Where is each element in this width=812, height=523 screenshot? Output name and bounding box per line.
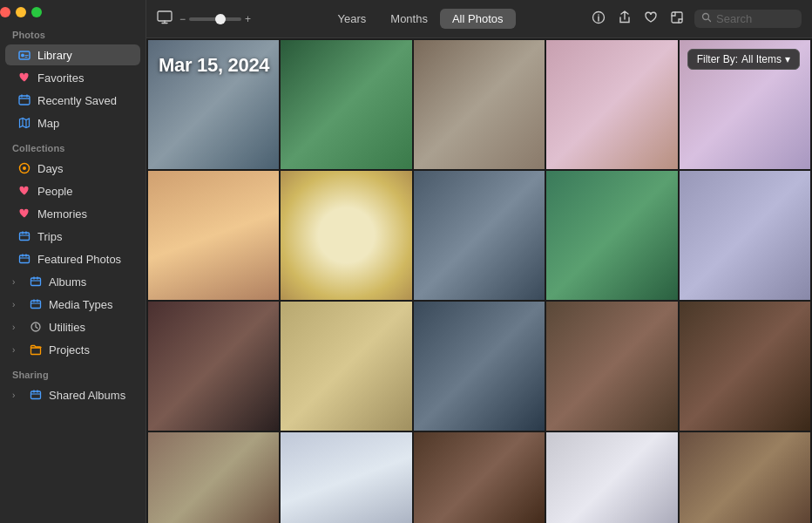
toolbar-right [590,9,802,29]
filter-chevron-icon: ▾ [785,53,790,65]
maximize-button[interactable] [31,7,42,17]
photo-13[interactable] [414,302,545,431]
utilities-icon [29,320,43,334]
featured-photos-label: Featured Photos [37,253,121,266]
toolbar-center: Years Months All Photos [258,9,583,29]
photo-20[interactable] [680,432,810,523]
sidebar-item-albums[interactable]: › Albums [5,271,140,292]
photo-17[interactable] [281,432,411,523]
shared-albums-icon [29,388,43,402]
tab-all-photos[interactable]: All Photos [440,9,516,29]
sidebar-item-people[interactable]: People [5,180,140,201]
close-button[interactable] [0,7,10,17]
search-icon [701,12,712,25]
search-box [694,10,802,28]
media-types-label: Media Types [49,298,112,311]
utilities-label: Utilities [49,321,85,334]
search-input[interactable] [716,12,795,25]
filter-button[interactable]: Filter By: All Items ▾ [687,49,800,70]
sidebar-item-favorites[interactable]: Favorites [5,67,140,88]
sidebar-item-memories[interactable]: Memories [5,203,140,224]
projects-icon [29,343,43,357]
minimize-button[interactable] [16,7,26,17]
photo-2[interactable] [281,40,411,169]
sidebar-item-library[interactable]: Library [5,44,140,65]
trips-icon [17,229,31,243]
media-types-chevron-icon: › [12,300,21,309]
svg-rect-8 [31,301,41,309]
library-label: Library [37,49,72,62]
memories-icon [17,207,31,221]
photo-12[interactable] [281,302,411,431]
photo-8[interactable] [414,171,545,300]
map-icon [17,116,31,130]
sidebar-item-trips[interactable]: Trips [5,226,140,247]
albums-label: Albums [49,275,86,289]
filter-label: Filter By: [697,53,738,65]
svg-rect-2 [19,96,30,105]
svg-rect-5 [20,233,30,241]
zoom-minus-icon[interactable]: − [179,13,186,25]
photo-6[interactable] [148,171,279,300]
toolbar: − + Years Months All Photos [146,0,812,38]
date-label: Mar 15, 2024 [159,54,269,77]
tab-months[interactable]: Months [378,9,440,29]
photo-7[interactable] [281,171,411,300]
albums-icon [29,275,43,289]
photo-9[interactable] [546,171,677,300]
tab-years[interactable]: Years [326,9,379,29]
projects-label: Projects [49,343,90,357]
people-icon [17,184,31,198]
filter-bar: Filter By: All Items ▾ [687,49,800,70]
sidebar-item-media-types[interactable]: › Media Types [5,294,140,315]
photo-18[interactable] [414,432,545,523]
utilities-chevron-icon: › [12,323,21,331]
sidebar-item-recently-saved[interactable]: Recently Saved [5,90,140,111]
featured-photos-icon [17,252,31,266]
photo-16[interactable] [148,432,279,523]
info-button[interactable] [590,9,607,29]
sidebar-item-featured-photos[interactable]: Featured Photos [5,248,140,269]
photo-4[interactable] [546,40,677,169]
collections-section-label: Collections [0,134,145,157]
sharing-section-label: Sharing [0,361,145,384]
share-button[interactable] [616,9,633,29]
photo-3[interactable] [414,40,545,169]
days-icon [17,161,31,175]
photo-15[interactable] [680,302,810,431]
sidebar-item-map[interactable]: Map [5,112,140,133]
photo-grid [146,38,812,523]
main-content: − + Years Months All Photos [146,0,812,523]
photo-row-3 [148,302,810,431]
photo-19[interactable] [546,432,677,523]
sidebar-item-days[interactable]: Days [5,158,140,179]
days-label: Days [37,162,64,175]
photo-row-2 [148,171,810,300]
projects-chevron-icon: › [12,345,21,354]
favorite-button[interactable] [642,9,660,29]
sidebar-item-projects[interactable]: › Projects [5,339,140,360]
svg-rect-11 [158,11,172,21]
toolbar-left: − + [157,10,251,28]
svg-rect-6 [20,255,30,263]
monitor-icon [157,10,173,28]
recently-saved-icon [17,93,31,107]
sidebar-item-shared-albums[interactable]: › Shared Albums [5,384,140,405]
sidebar-item-utilities[interactable]: › Utilities [5,316,140,337]
zoom-slider[interactable] [189,17,241,21]
photo-11[interactable] [148,302,279,431]
photo-10[interactable] [680,171,810,300]
traffic-lights [0,7,145,21]
zoom-plus-icon[interactable]: + [245,13,251,25]
photos-section-label: Photos [0,21,145,44]
library-icon [17,48,31,62]
svg-point-15 [703,14,709,20]
svg-point-4 [23,166,26,170]
photo-row-4 [148,432,810,523]
photo-14[interactable] [546,302,677,431]
zoom-slider-thumb[interactable] [215,14,226,24]
svg-rect-14 [672,12,682,23]
filter-value: All Items [741,53,782,65]
albums-chevron-icon: › [12,277,21,286]
crop-button[interactable] [668,9,686,29]
